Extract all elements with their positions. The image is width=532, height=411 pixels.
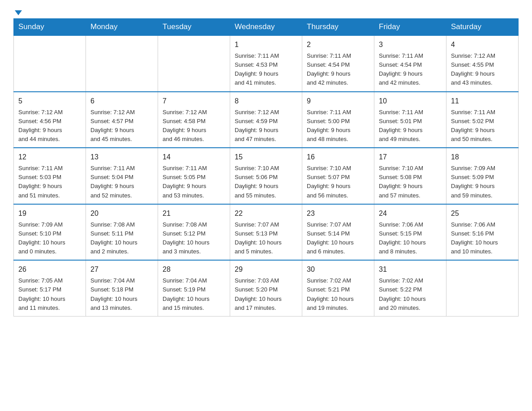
calendar-cell: 31Sunrise: 7:02 AM Sunset: 5:22 PM Dayli… <box>374 260 446 316</box>
day-number: 21 <box>163 208 225 219</box>
calendar-week-row: 19Sunrise: 7:09 AM Sunset: 5:10 PM Dayli… <box>14 204 519 261</box>
day-number: 3 <box>379 39 442 50</box>
day-info: Sunrise: 7:11 AM Sunset: 5:04 PM Dayligh… <box>90 164 153 200</box>
calendar-cell: 8Sunrise: 7:12 AM Sunset: 4:59 PM Daylig… <box>230 92 302 148</box>
day-info: Sunrise: 7:10 AM Sunset: 5:08 PM Dayligh… <box>379 164 442 200</box>
logo-triangle-icon <box>15 10 22 15</box>
day-info: Sunrise: 7:12 AM Sunset: 4:59 PM Dayligh… <box>235 108 297 144</box>
day-info: Sunrise: 7:11 AM Sunset: 5:00 PM Dayligh… <box>307 108 369 144</box>
weekday-header-thursday: Thursday <box>302 19 374 36</box>
day-info: Sunrise: 7:10 AM Sunset: 5:07 PM Dayligh… <box>307 164 369 200</box>
day-info: Sunrise: 7:11 AM Sunset: 4:54 PM Dayligh… <box>379 51 442 88</box>
day-number: 25 <box>451 208 514 219</box>
day-info: Sunrise: 7:08 AM Sunset: 5:11 PM Dayligh… <box>90 220 153 257</box>
day-number: 7 <box>163 96 225 107</box>
day-info: Sunrise: 7:07 AM Sunset: 5:13 PM Dayligh… <box>235 220 297 257</box>
calendar-week-row: 26Sunrise: 7:05 AM Sunset: 5:17 PM Dayli… <box>14 260 519 316</box>
day-info: Sunrise: 7:10 AM Sunset: 5:06 PM Dayligh… <box>235 164 297 200</box>
day-info: Sunrise: 7:11 AM Sunset: 5:01 PM Dayligh… <box>379 108 442 144</box>
weekday-header-sunday: Sunday <box>14 19 86 36</box>
day-info: Sunrise: 7:08 AM Sunset: 5:12 PM Dayligh… <box>163 220 225 257</box>
calendar-cell <box>86 35 158 92</box>
day-info: Sunrise: 7:07 AM Sunset: 5:14 PM Dayligh… <box>307 220 369 257</box>
calendar-cell: 25Sunrise: 7:06 AM Sunset: 5:16 PM Dayli… <box>446 204 519 261</box>
calendar-week-row: 1Sunrise: 7:11 AM Sunset: 4:53 PM Daylig… <box>14 35 519 92</box>
calendar-cell: 22Sunrise: 7:07 AM Sunset: 5:13 PM Dayli… <box>230 204 302 261</box>
calendar-week-row: 12Sunrise: 7:11 AM Sunset: 5:03 PM Dayli… <box>14 148 519 204</box>
calendar-cell: 16Sunrise: 7:10 AM Sunset: 5:07 PM Dayli… <box>302 148 374 204</box>
day-info: Sunrise: 7:05 AM Sunset: 5:17 PM Dayligh… <box>18 276 81 313</box>
day-number: 20 <box>90 208 153 219</box>
logo <box>13 9 22 14</box>
calendar-cell: 24Sunrise: 7:06 AM Sunset: 5:15 PM Dayli… <box>374 204 446 261</box>
calendar-header: SundayMondayTuesdayWednesdayThursdayFrid… <box>14 19 519 36</box>
day-number: 4 <box>451 39 514 50</box>
calendar-cell <box>158 35 230 92</box>
day-info: Sunrise: 7:03 AM Sunset: 5:20 PM Dayligh… <box>235 276 297 313</box>
weekday-header-friday: Friday <box>374 19 446 36</box>
weekday-header-tuesday: Tuesday <box>158 19 230 36</box>
day-info: Sunrise: 7:02 AM Sunset: 5:22 PM Dayligh… <box>379 276 442 313</box>
calendar-cell: 15Sunrise: 7:10 AM Sunset: 5:06 PM Dayli… <box>230 148 302 204</box>
day-info: Sunrise: 7:04 AM Sunset: 5:19 PM Dayligh… <box>163 276 225 313</box>
day-number: 23 <box>307 208 369 219</box>
calendar-cell: 2Sunrise: 7:11 AM Sunset: 4:54 PM Daylig… <box>302 35 374 92</box>
calendar-cell: 23Sunrise: 7:07 AM Sunset: 5:14 PM Dayli… <box>302 204 374 261</box>
calendar-table: SundayMondayTuesdayWednesdayThursdayFrid… <box>13 18 519 317</box>
day-number: 16 <box>307 152 369 163</box>
day-number: 11 <box>451 96 514 107</box>
day-number: 18 <box>451 152 514 163</box>
day-number: 12 <box>18 152 81 163</box>
day-number: 14 <box>163 152 225 163</box>
calendar-cell: 20Sunrise: 7:08 AM Sunset: 5:11 PM Dayli… <box>86 204 158 261</box>
day-number: 24 <box>379 208 442 219</box>
calendar-week-row: 5Sunrise: 7:12 AM Sunset: 4:56 PM Daylig… <box>14 92 519 148</box>
calendar-cell: 18Sunrise: 7:09 AM Sunset: 5:09 PM Dayli… <box>446 148 519 204</box>
calendar-cell: 17Sunrise: 7:10 AM Sunset: 5:08 PM Dayli… <box>374 148 446 204</box>
day-number: 5 <box>18 96 81 107</box>
day-number: 15 <box>235 152 297 163</box>
calendar-cell: 13Sunrise: 7:11 AM Sunset: 5:04 PM Dayli… <box>86 148 158 204</box>
page-header <box>13 9 519 14</box>
day-number: 29 <box>235 264 297 275</box>
day-info: Sunrise: 7:12 AM Sunset: 4:56 PM Dayligh… <box>18 108 81 144</box>
calendar-cell: 29Sunrise: 7:03 AM Sunset: 5:20 PM Dayli… <box>230 260 302 316</box>
calendar-cell <box>14 35 86 92</box>
day-info: Sunrise: 7:11 AM Sunset: 4:53 PM Dayligh… <box>235 51 297 88</box>
calendar-cell: 9Sunrise: 7:11 AM Sunset: 5:00 PM Daylig… <box>302 92 374 148</box>
weekday-header-row: SundayMondayTuesdayWednesdayThursdayFrid… <box>14 19 519 36</box>
calendar-cell: 14Sunrise: 7:11 AM Sunset: 5:05 PM Dayli… <box>158 148 230 204</box>
calendar-cell: 1Sunrise: 7:11 AM Sunset: 4:53 PM Daylig… <box>230 35 302 92</box>
day-number: 2 <box>307 39 369 50</box>
calendar-cell: 3Sunrise: 7:11 AM Sunset: 4:54 PM Daylig… <box>374 35 446 92</box>
day-number: 6 <box>90 96 153 107</box>
day-info: Sunrise: 7:02 AM Sunset: 5:21 PM Dayligh… <box>307 276 369 313</box>
calendar-body: 1Sunrise: 7:11 AM Sunset: 4:53 PM Daylig… <box>14 35 519 316</box>
day-number: 13 <box>90 152 153 163</box>
calendar-cell: 28Sunrise: 7:04 AM Sunset: 5:19 PM Dayli… <box>158 260 230 316</box>
calendar-cell: 26Sunrise: 7:05 AM Sunset: 5:17 PM Dayli… <box>14 260 86 316</box>
day-info: Sunrise: 7:12 AM Sunset: 4:58 PM Dayligh… <box>163 108 225 144</box>
day-number: 22 <box>235 208 297 219</box>
day-number: 9 <box>307 96 369 107</box>
calendar-cell: 21Sunrise: 7:08 AM Sunset: 5:12 PM Dayli… <box>158 204 230 261</box>
day-info: Sunrise: 7:09 AM Sunset: 5:09 PM Dayligh… <box>451 164 514 200</box>
day-number: 28 <box>163 264 225 275</box>
day-number: 27 <box>90 264 153 275</box>
day-info: Sunrise: 7:06 AM Sunset: 5:16 PM Dayligh… <box>451 220 514 257</box>
calendar-cell: 6Sunrise: 7:12 AM Sunset: 4:57 PM Daylig… <box>86 92 158 148</box>
calendar-cell: 11Sunrise: 7:11 AM Sunset: 5:02 PM Dayli… <box>446 92 519 148</box>
day-info: Sunrise: 7:11 AM Sunset: 5:02 PM Dayligh… <box>451 108 514 144</box>
day-number: 10 <box>379 96 442 107</box>
day-info: Sunrise: 7:11 AM Sunset: 5:05 PM Dayligh… <box>163 164 225 200</box>
weekday-header-saturday: Saturday <box>446 19 519 36</box>
day-number: 17 <box>379 152 442 163</box>
calendar-cell: 30Sunrise: 7:02 AM Sunset: 5:21 PM Dayli… <box>302 260 374 316</box>
day-info: Sunrise: 7:12 AM Sunset: 4:57 PM Dayligh… <box>90 108 153 144</box>
day-info: Sunrise: 7:11 AM Sunset: 5:03 PM Dayligh… <box>18 164 81 200</box>
day-number: 30 <box>307 264 369 275</box>
calendar-cell: 10Sunrise: 7:11 AM Sunset: 5:01 PM Dayli… <box>374 92 446 148</box>
calendar-cell: 4Sunrise: 7:12 AM Sunset: 4:55 PM Daylig… <box>446 35 519 92</box>
calendar-cell <box>446 260 519 316</box>
day-number: 19 <box>18 208 81 219</box>
